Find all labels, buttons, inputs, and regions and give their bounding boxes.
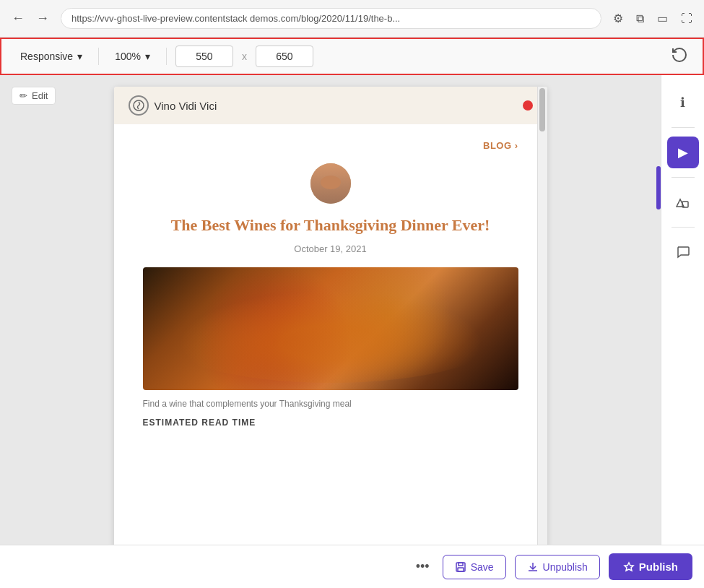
more-options-button[interactable]: ••• bbox=[412, 555, 434, 579]
publish-label: Publish bbox=[639, 561, 678, 573]
sidebar-divider-3 bbox=[672, 227, 695, 228]
sidebar-accent-bar bbox=[656, 166, 661, 209]
responsive-chevron-icon: ▾ bbox=[77, 51, 82, 62]
responsive-label: Responsive bbox=[20, 51, 73, 62]
x-separator: x bbox=[242, 51, 247, 62]
preview-header: Vino Vidi Vici bbox=[114, 87, 547, 124]
toolbar-row: Responsive ▾ 100% ▾ x bbox=[0, 38, 704, 75]
info-sidebar-button[interactable]: ℹ bbox=[667, 87, 699, 118]
forward-button[interactable]: → bbox=[33, 8, 52, 29]
browser-icons: ⚙ ⧉ ▭ ⛶ bbox=[610, 9, 695, 28]
svg-rect-4 bbox=[459, 563, 463, 566]
logo-circle-icon bbox=[129, 95, 149, 116]
unpublish-button[interactable]: Unpublish bbox=[515, 555, 600, 579]
post-featured-image bbox=[143, 267, 518, 390]
scrollbar[interactable] bbox=[537, 87, 547, 556]
responsive-select[interactable]: Responsive ▾ bbox=[13, 46, 90, 66]
toolbar-divider-2 bbox=[166, 48, 167, 65]
address-bar[interactable]: https://vvv-ghost-live-preview.contentst… bbox=[61, 8, 601, 29]
rotate-button[interactable] bbox=[668, 43, 691, 70]
scrollbar-thumb bbox=[539, 88, 545, 131]
right-sidebar: ℹ ▶ bbox=[661, 75, 704, 588]
edit-bar[interactable]: ✏ Edit bbox=[12, 87, 56, 105]
author-avatar bbox=[310, 163, 351, 204]
zoom-chevron-icon: ▾ bbox=[145, 51, 150, 62]
resize-icon[interactable]: ⛶ bbox=[678, 9, 695, 28]
preview-body: BLOG › The Best Wines for Thanksgiving D… bbox=[114, 124, 547, 442]
post-caption: Find a wine that complements your Thanks… bbox=[143, 399, 518, 409]
edit-pencil-icon: ✏ bbox=[19, 90, 27, 101]
blog-navigation[interactable]: BLOG › bbox=[143, 139, 518, 152]
publish-button[interactable]: Publish bbox=[609, 553, 692, 580]
external-link-icon[interactable]: ⧉ bbox=[633, 9, 647, 28]
settings-icon[interactable]: ⚙ bbox=[610, 9, 626, 28]
avatar-face-image bbox=[310, 163, 351, 204]
svg-rect-5 bbox=[458, 568, 464, 571]
site-name: Vino Vidi Vici bbox=[155, 100, 217, 112]
zoom-label: 100% bbox=[115, 51, 141, 62]
live-indicator-dot bbox=[523, 100, 533, 111]
comments-button[interactable] bbox=[667, 236, 699, 268]
toolbar-divider-1 bbox=[98, 48, 99, 65]
preview-container: ✏ Edit Vino Vidi Vici bbox=[0, 75, 661, 588]
estimated-read-time: ESTIMATED READ TIME bbox=[143, 418, 518, 428]
height-input[interactable] bbox=[256, 46, 313, 67]
edit-label: Edit bbox=[32, 90, 48, 101]
food-image bbox=[143, 267, 518, 390]
sidebar-divider-1 bbox=[672, 127, 695, 128]
nav-buttons: ← → bbox=[9, 8, 52, 29]
back-button[interactable]: ← bbox=[9, 8, 27, 29]
width-input[interactable] bbox=[175, 46, 233, 67]
play-button[interactable]: ▶ bbox=[667, 137, 699, 168]
post-title: The Best Wines for Thanksgiving Dinner E… bbox=[143, 215, 518, 236]
save-button[interactable]: Save bbox=[443, 555, 506, 579]
site-logo: Vino Vidi Vici bbox=[129, 95, 217, 116]
unpublish-label: Unpublish bbox=[543, 561, 588, 573]
blog-nav-link[interactable]: BLOG › bbox=[483, 140, 518, 151]
shapes-button[interactable] bbox=[667, 186, 699, 218]
save-label: Save bbox=[471, 561, 494, 573]
bottom-toolbar: ••• Save Unpublish Publish bbox=[0, 545, 704, 588]
main-area: ✏ Edit Vino Vidi Vici bbox=[0, 75, 704, 588]
preview-frame: Vino Vidi Vici BLOG › The Best Wines for… bbox=[114, 87, 547, 556]
svg-marker-6 bbox=[625, 563, 633, 571]
mobile-preview-icon[interactable]: ▭ bbox=[654, 9, 671, 28]
sidebar-divider-2 bbox=[672, 177, 695, 178]
browser-chrome: ← → https://vvv-ghost-live-preview.conte… bbox=[0, 0, 704, 38]
zoom-select[interactable]: 100% ▾ bbox=[108, 46, 157, 66]
post-date: October 19, 2021 bbox=[143, 243, 518, 254]
